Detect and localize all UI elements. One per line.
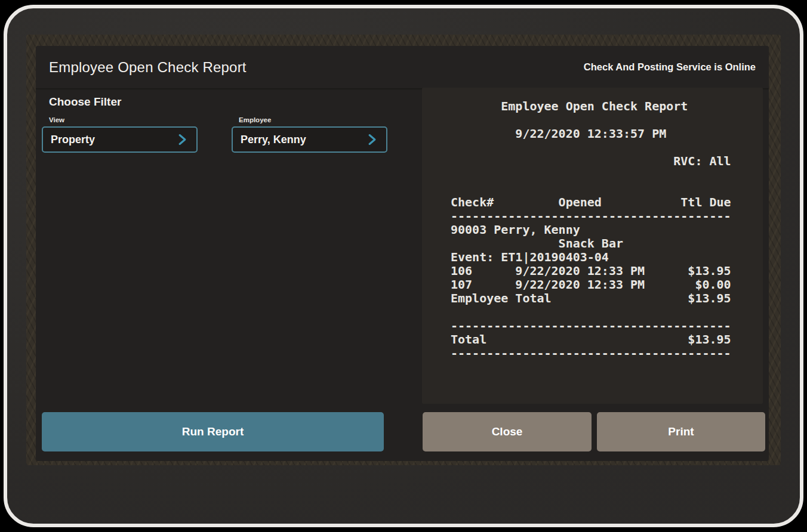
posting-service-status: Check And Posting Service is Online xyxy=(584,61,756,73)
employee-filter-label: Employee xyxy=(239,116,387,123)
view-filter-value: Property xyxy=(51,134,95,146)
view-filter-dropdown[interactable]: Property xyxy=(42,126,198,153)
employee-filter-field: Employee Perry, Kenny xyxy=(232,116,387,153)
report-preview-panel: Employee Open Check Report 9/22/2020 12:… xyxy=(422,88,763,404)
view-filter-label: View xyxy=(49,116,198,123)
dialog-title: Employee Open Check Report xyxy=(49,59,247,76)
view-filter-field: View Property xyxy=(42,116,198,153)
chevron-right-icon xyxy=(176,133,189,146)
choose-filter-heading: Choose Filter xyxy=(49,95,121,109)
report-preview-text: Employee Open Check Report 9/22/2020 12:… xyxy=(422,88,763,372)
run-report-button[interactable]: Run Report xyxy=(42,412,384,451)
print-button[interactable]: Print xyxy=(597,412,765,451)
employee-open-check-report-dialog: Employee Open Check Report Check And Pos… xyxy=(36,46,769,461)
close-button[interactable]: Close xyxy=(423,412,592,451)
dialog-titlebar: Employee Open Check Report Check And Pos… xyxy=(36,46,769,89)
device-screen: Employee Open Check Report Check And Pos… xyxy=(26,35,781,465)
employee-filter-dropdown[interactable]: Perry, Kenny xyxy=(232,126,387,153)
tablet-bezel: Employee Open Check Report Check And Pos… xyxy=(4,5,803,527)
chevron-right-icon xyxy=(366,133,378,146)
employee-filter-value: Perry, Kenny xyxy=(241,134,306,146)
